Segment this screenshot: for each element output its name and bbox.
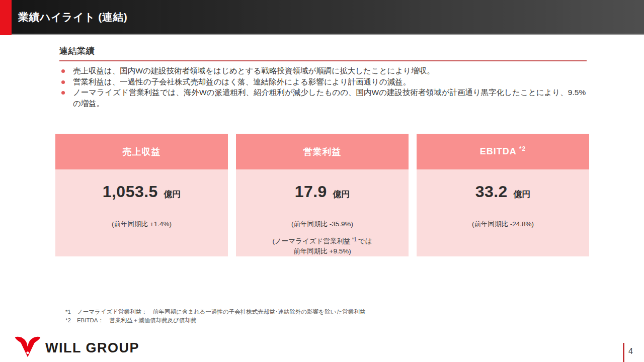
kpi-card-header: 売上収益 xyxy=(55,134,228,169)
kpi-card-operating-profit: 営業利益 17.9 億円 (前年同期比 -35.9%) (ノーマライズド営業利益… xyxy=(236,134,409,256)
bullet-text: 売上収益は、国内Wの建設技術者領域をはじめとする戦略投資領域が順調に拡大したこと… xyxy=(73,66,435,75)
kpi-card-header: 営業利益 xyxy=(236,134,409,169)
kpi-unit: 億円 xyxy=(164,190,181,199)
kpi-card-title: EBITDA xyxy=(480,146,517,157)
note-line2: 前年同期比 +9.5%) xyxy=(293,247,351,255)
kpi-value-line: 33.2 億円 xyxy=(417,183,589,204)
slide-title: 業績ハイライト (連結) xyxy=(18,0,127,34)
company-logo-text: WILL GROUP xyxy=(45,340,139,356)
kpi-card-row: 売上収益 1,053.5 億円 (前年同期比 +1.4%) 営業利益 17.9 … xyxy=(55,134,589,256)
kpi-title-superscript: *2 xyxy=(519,145,526,152)
kpi-card-title: 売上収益 xyxy=(123,146,161,158)
kpi-value: 17.9 xyxy=(295,183,327,201)
page-number: 4 xyxy=(628,347,633,356)
bullet-item-normalized-profit: ノーマライズド営業利益では、海外Wの派遣粗利、紹介粗利が減少したものの、国内Wの… xyxy=(59,87,587,109)
footnote-1: *1 ノーマライズド営業利益： 前年同期に含まれる一過性の子会社株式売却益･連結… xyxy=(65,308,365,316)
bullet-text: ノーマライズド営業利益では、海外Wの派遣粗利、紹介粗利が減少したものの、国内Wの… xyxy=(73,88,586,108)
slide-title-bar: 業績ハイライト (連結) xyxy=(0,0,644,35)
kpi-card-ebitda: EBITDA *2 33.2 億円 (前年同期比 -24.8%) xyxy=(417,134,589,256)
footnote-2: *2 EBITDA： 営業利益＋減価償却費及び償却費 xyxy=(65,316,365,325)
kpi-value-line: 17.9 億円 xyxy=(236,183,409,204)
kpi-value: 1,053.5 xyxy=(103,183,158,201)
kpi-card-revenue: 売上収益 1,053.5 億円 (前年同期比 +1.4%) xyxy=(55,134,228,256)
footnote-marker: *2 xyxy=(65,316,71,325)
kpi-card-body: 17.9 億円 (前年同期比 -35.9%) (ノーマライズド営業利益*1では … xyxy=(236,169,409,256)
kpi-unit: 億円 xyxy=(333,190,350,199)
footnote-block: *1 ノーマライズド営業利益： 前年同期に含まれる一過性の子会社株式売却益･連結… xyxy=(65,308,365,324)
will-group-tulip-icon xyxy=(14,336,41,360)
page-number-accent-bar xyxy=(623,343,624,362)
bullet-item-revenue: 売上収益は、国内Wの建設技術者領域をはじめとする戦略投資領域が順調に拡大したこと… xyxy=(59,65,587,76)
kpi-card-body: 33.2 億円 (前年同期比 -24.8%) xyxy=(417,169,589,256)
kpi-normalized-note: (ノーマライズド営業利益*1では 前年同期比 +9.5%) xyxy=(236,236,409,256)
kpi-value: 33.2 xyxy=(475,183,508,201)
note-suffix: では xyxy=(358,237,372,245)
kpi-card-title: 営業利益 xyxy=(303,146,342,158)
kpi-yoy-note: (前年同期比 +1.4%) xyxy=(55,220,228,229)
footnote-text: ノーマライズド営業利益： 前年同期に含まれる一過性の子会社株式売却益･連結除外の… xyxy=(77,308,365,316)
company-logo: WILL GROUP xyxy=(14,336,139,360)
kpi-card-body: 1,053.5 億円 (前年同期比 +1.4%) xyxy=(55,169,228,256)
section-title: 連結業績 xyxy=(59,45,95,57)
kpi-card-header: EBITDA *2 xyxy=(417,134,589,169)
section-underline xyxy=(59,60,587,61)
bullet-icon xyxy=(61,80,65,84)
bullet-text: 営業利益は、一過性の子会社株式売却益のはく落、連結除外による影響により計画通りの… xyxy=(73,77,411,86)
kpi-yoy-note: (前年同期比 -35.9%) xyxy=(236,220,409,229)
bullet-icon xyxy=(61,91,65,95)
kpi-unit: 億円 xyxy=(513,190,530,199)
footnote-marker: *1 xyxy=(65,308,71,316)
footnote-text: EBITDA： 営業利益＋減価償却費及び償却費 xyxy=(77,316,196,325)
kpi-value-line: 1,053.5 億円 xyxy=(55,183,228,204)
bullet-item-operating-profit: 営業利益は、一過性の子会社株式売却益のはく落、連結除外による影響により計画通りの… xyxy=(59,76,587,87)
bullet-icon xyxy=(61,69,65,73)
highlight-bullet-list: 売上収益は、国内Wの建設技術者領域をはじめとする戦略投資領域が順調に拡大したこと… xyxy=(59,65,587,109)
note-superscript: *1 xyxy=(352,237,356,242)
kpi-yoy-note: (前年同期比 -24.8%) xyxy=(417,220,589,229)
note-prefix: (ノーマライズド営業利益 xyxy=(273,237,351,245)
red-accent-stripe xyxy=(0,0,12,35)
